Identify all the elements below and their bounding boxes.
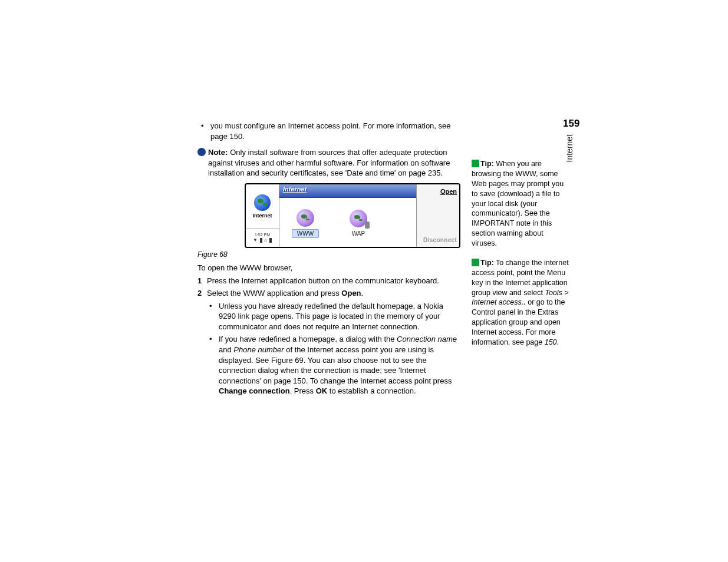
sub-bullet: • Unless you have already redefined the … [209,301,457,332]
note-label: Note: [208,148,228,157]
device-clock: 1:52 PM [255,233,270,237]
app-wap-label: WAP [347,230,370,237]
step-number: 1 [197,276,207,286]
device-app-label: Internet [252,213,272,219]
step-number: 2 [197,288,207,299]
tip-text: To change the internet access point, poi… [472,259,569,346]
step-1: 1 Press the Internet application button … [197,276,457,286]
step-text: Select the WWW application and press Ope… [207,288,363,299]
device-titlebar: Internet [279,184,416,198]
figure-screenshot: Internet 1:52 PM ▼ ⌂ Internet [245,183,457,248]
step-2: 2 Select the WWW application and press O… [197,288,457,299]
globe-icon [350,210,367,227]
note-icon [197,148,206,156]
bullet-item: • you must configure an Internet access … [201,121,457,141]
app-wap[interactable]: WAP [341,210,376,237]
tip-1: Tip: When you are browsing the WWW, some… [472,159,571,249]
bullet-text: you must configure an Internet access po… [210,121,457,141]
device-softkeys: Open Disconnect [416,184,459,247]
sub-bullet-text: Unless you have already redefined the de… [219,301,457,332]
sub-bullet: • If you have redefined a homepage, a di… [209,334,457,396]
figure-caption: Figure 68 [197,250,457,259]
disconnect-button: Disconnect [419,237,457,243]
sub-bullet-text: If you have redefined a homepage, a dial… [219,334,457,396]
device-left-panel: Internet 1:52 PM ▼ ⌂ [246,184,279,247]
app-www-label: WWW [292,229,319,238]
tip-label: Tip: [480,160,494,168]
bullet-icon: • [209,301,219,332]
bullet-icon: • [201,121,210,141]
device-status-area: 1:52 PM ▼ ⌂ [246,229,279,247]
open-button[interactable]: Open [419,188,457,195]
device-frame: Internet 1:52 PM ▼ ⌂ Internet [245,183,460,248]
app-www[interactable]: WWW [288,209,323,238]
note-block: Note:Only install software from sources … [197,147,457,178]
tip-label: Tip: [480,259,494,267]
bullet-icon: • [209,334,219,396]
intro-text: To open the WWW browser, [197,263,457,272]
tip-icon [472,259,479,266]
tip-text: When you are browsing the WWW, some Web … [472,160,564,247]
globe-icon [297,209,314,227]
note-text: Only install software from sources that … [208,148,450,177]
step-text: Press the Internet application button on… [207,276,439,286]
tip-icon [472,160,479,167]
globe-icon [254,194,271,211]
tip-2: Tip: To change the internet access point… [472,258,571,348]
